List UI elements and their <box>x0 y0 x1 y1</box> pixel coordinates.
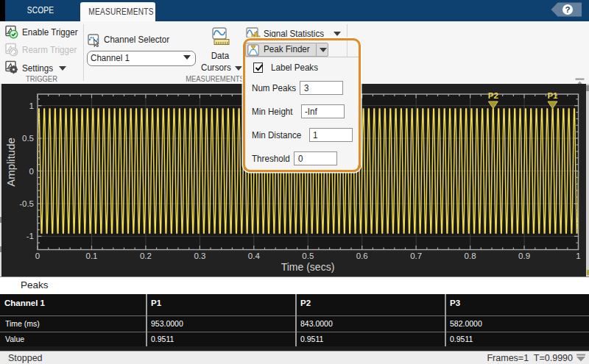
svg-text:P1: P1 <box>547 91 558 100</box>
svg-text:0.2: 0.2 <box>140 251 152 260</box>
svg-text:-1: -1 <box>27 232 34 240</box>
svg-text:Time (secs): Time (secs) <box>281 261 335 273</box>
svg-text:1: 1 <box>576 251 580 260</box>
svg-text:0.4: 0.4 <box>248 251 261 260</box>
svg-text:Amplitude: Amplitude <box>4 138 17 187</box>
svg-text:0.3: 0.3 <box>194 251 205 260</box>
svg-text:0: 0 <box>29 167 34 176</box>
svg-text:0.1: 0.1 <box>86 251 98 260</box>
svg-text:0.6: 0.6 <box>356 251 368 260</box>
svg-text:0.5: 0.5 <box>302 251 314 260</box>
svg-text:0.9: 0.9 <box>518 251 530 260</box>
svg-text:?: ? <box>565 5 570 14</box>
svg-text:1: 1 <box>29 101 34 110</box>
svg-text:0: 0 <box>35 251 40 260</box>
svg-text:-0.5: -0.5 <box>19 199 34 208</box>
svg-text:0.7: 0.7 <box>410 251 422 260</box>
svg-text:0.5: 0.5 <box>22 134 34 143</box>
svg-text:P2: P2 <box>488 91 498 100</box>
svg-text:0.8: 0.8 <box>465 251 476 260</box>
